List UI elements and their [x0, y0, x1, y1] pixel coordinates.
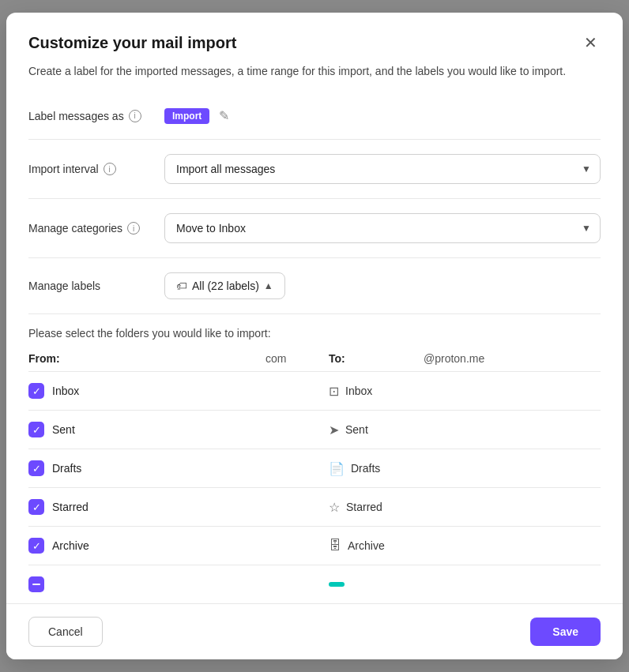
close-icon: ✕: [584, 34, 597, 51]
label-messages-row: Label messages as i Import ✎: [28, 92, 601, 140]
folder-name-archive: Archive: [52, 539, 89, 552]
to-column-header: To:: [329, 352, 424, 365]
manage-labels-button[interactable]: 🏷 All (22 labels) ▲: [164, 272, 285, 299]
to-folder-name-starred: Starred: [346, 501, 382, 513]
to-folder-name-sent: Sent: [345, 423, 368, 436]
modal: Customize your mail import ✕ Create a la…: [6, 13, 623, 659]
check-icon: ✓: [32, 463, 41, 475]
checkbox-drafts[interactable]: ✓: [28, 460, 44, 476]
labels-button-text: All (22 labels): [192, 280, 259, 292]
checkbox-starred[interactable]: ✓: [28, 499, 44, 515]
folder-from-starred: ✓ Starred: [28, 499, 266, 515]
to-folder-name-inbox: Inbox: [345, 385, 372, 397]
manage-categories-value: Move to Inbox Skip Label only ▼: [164, 213, 601, 243]
to-folder-name-drafts: Drafts: [351, 462, 380, 475]
folder-from-sent: ✓ Sent: [28, 422, 266, 437]
modal-title: Customize your mail import: [28, 34, 236, 52]
folder-to-sent: ➤ Sent: [329, 422, 424, 437]
modal-overlay: Customize your mail import ✕ Create a la…: [0, 0, 629, 672]
folder-row-starred: ✓ Starred ☆ Starred: [28, 488, 601, 527]
folder-name-starred: Starred: [52, 501, 89, 513]
archive-icon: 🗄: [329, 539, 341, 553]
check-icon: ✓: [32, 385, 41, 397]
folder-to-partial: [329, 582, 424, 587]
folders-instruction: Please select the folders you would like…: [28, 314, 601, 346]
folder-row-inbox: ✓ Inbox ⊡ Inbox: [28, 372, 601, 411]
check-icon: ✓: [32, 424, 41, 436]
modal-body: Label messages as i Import ✎ Import inte…: [6, 92, 623, 603]
manage-labels-row: Manage labels 🏷 All (22 labels) ▲: [28, 258, 601, 314]
partial-check-icon: [32, 584, 40, 585]
close-button[interactable]: ✕: [581, 32, 601, 54]
folder-name-sent: Sent: [52, 423, 75, 436]
folder-name-drafts: Drafts: [52, 462, 81, 475]
folder-from-drafts: ✓ Drafts: [28, 460, 266, 476]
checkbox-partial[interactable]: [28, 576, 44, 592]
import-interval-row: Import interval i Import all messages La…: [28, 140, 601, 199]
manage-categories-info-icon[interactable]: i: [127, 222, 140, 235]
from-label: From:: [28, 352, 60, 365]
label-messages-value: Import ✎: [164, 107, 601, 125]
folder-row-sent: ✓ Sent ➤ Sent: [28, 411, 601, 449]
chevron-up-icon: ▲: [264, 280, 273, 291]
folder-row-archive: ✓ Archive 🗄 Archive: [28, 527, 601, 565]
teal-badge: [329, 582, 345, 587]
folder-to-archive: 🗄 Archive: [329, 539, 424, 553]
from-column-header: From:: [28, 352, 266, 365]
import-interval-info-icon[interactable]: i: [104, 163, 116, 175]
folder-from-partial: [28, 576, 266, 592]
label-badge: Import: [164, 108, 209, 124]
check-icon: ✓: [32, 501, 41, 513]
folder-from-inbox: ✓ Inbox: [28, 383, 266, 399]
save-button[interactable]: Save: [530, 618, 601, 646]
manage-categories-select-wrapper: Move to Inbox Skip Label only ▼: [164, 213, 601, 243]
to-label: To:: [329, 352, 345, 365]
label-messages-label: Label messages as i: [28, 110, 155, 122]
modal-header: Customize your mail import ✕: [6, 13, 623, 60]
starred-icon: ☆: [329, 500, 340, 515]
manage-categories-select[interactable]: Move to Inbox Skip Label only: [164, 213, 601, 243]
manage-categories-row: Manage categories i Move to Inbox Skip L…: [28, 199, 601, 258]
modal-footer: Cancel Save: [6, 603, 623, 659]
import-interval-select[interactable]: Import all messages Last 3 months Last 6…: [164, 154, 601, 184]
folder-name-inbox: Inbox: [52, 385, 79, 397]
checkbox-archive[interactable]: ✓: [28, 538, 44, 554]
sent-icon: ➤: [329, 422, 339, 437]
folder-from-archive: ✓ Archive: [28, 538, 266, 554]
checkbox-inbox[interactable]: ✓: [28, 383, 44, 399]
import-interval-select-wrapper: Import all messages Last 3 months Last 6…: [164, 154, 601, 184]
to-domain-header: @proton.me: [424, 352, 601, 365]
import-interval-value: Import all messages Last 3 months Last 6…: [164, 154, 601, 184]
import-interval-label: Import interval i: [28, 163, 155, 175]
label-tag-icon: 🏷: [176, 280, 187, 292]
folder-to-starred: ☆ Starred: [329, 500, 424, 515]
manage-categories-label: Manage categories i: [28, 222, 155, 235]
checkbox-sent[interactable]: ✓: [28, 422, 44, 437]
from-domain-header: com: [266, 352, 329, 365]
edit-label-button[interactable]: ✎: [216, 107, 232, 125]
folder-to-inbox: ⊡ Inbox: [329, 384, 424, 399]
inbox-icon: ⊡: [329, 384, 339, 399]
manage-labels-value: 🏷 All (22 labels) ▲: [164, 272, 601, 299]
check-icon: ✓: [32, 540, 41, 552]
folder-row-partial: [28, 565, 601, 603]
folders-header: From: com To: @proton.me: [28, 346, 601, 372]
edit-icon: ✎: [219, 109, 229, 122]
cancel-button[interactable]: Cancel: [28, 617, 103, 647]
to-folder-name-archive: Archive: [348, 539, 385, 552]
drafts-icon: 📄: [329, 461, 345, 476]
label-messages-info-icon[interactable]: i: [129, 110, 141, 122]
folder-to-drafts: 📄 Drafts: [329, 461, 424, 476]
modal-subtitle: Create a label for the imported messages…: [6, 60, 623, 92]
folder-row-drafts: ✓ Drafts 📄 Drafts: [28, 449, 601, 488]
manage-labels-label: Manage labels: [28, 280, 155, 292]
